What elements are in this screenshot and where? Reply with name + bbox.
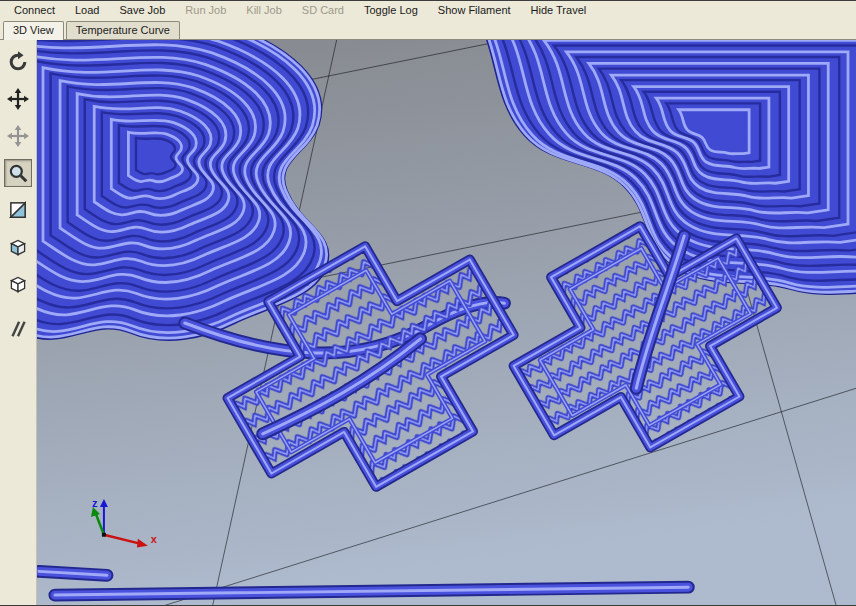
zoom-view-button[interactable]	[4, 159, 32, 187]
rotate-view-button[interactable]	[4, 48, 32, 76]
menu-item-connect[interactable]: Connect	[4, 2, 65, 19]
view-toolbar	[0, 40, 37, 605]
menu-item-toggle-log[interactable]: Toggle Log	[354, 2, 428, 19]
view-cube-icon	[7, 273, 29, 295]
view-diagonal-icon	[7, 199, 29, 221]
menu-item-sd-card[interactable]: SD Card	[292, 2, 354, 19]
tabbar: 3D View Temperature Curve	[0, 19, 856, 40]
menu-item-load[interactable]: Load	[65, 2, 109, 19]
tab-3d-view[interactable]: 3D View	[3, 21, 64, 40]
pan-view-button[interactable]	[4, 85, 32, 113]
move-object-icon	[7, 125, 29, 147]
tab-label: Temperature Curve	[76, 24, 170, 36]
tab-temperature-curve[interactable]: Temperature Curve	[66, 21, 180, 39]
view-cube-left-button[interactable]	[4, 233, 32, 261]
main-content: z x	[0, 40, 856, 605]
axis-x-label: x	[151, 533, 157, 545]
scene-svg: z x	[37, 40, 856, 605]
axis-origin	[102, 533, 106, 537]
parallel-projection-button[interactable]	[4, 315, 32, 343]
menu-item-save-job[interactable]: Save Job	[109, 2, 175, 19]
move-object-button[interactable]	[4, 122, 32, 150]
tab-label: 3D View	[13, 24, 54, 36]
application-window: Connect Load Save Job Run Job Kill Job S…	[0, 0, 856, 606]
menubar: Connect Load Save Job Run Job Kill Job S…	[0, 1, 856, 19]
parallel-lines-icon	[7, 318, 29, 340]
pan-view-icon	[7, 88, 29, 110]
axis-z-label: z	[92, 497, 98, 509]
3d-viewport[interactable]: z x	[37, 40, 856, 605]
menu-item-kill-job[interactable]: Kill Job	[236, 2, 291, 19]
menu-item-run-job[interactable]: Run Job	[175, 2, 236, 19]
view-cube-left-icon	[7, 236, 29, 258]
menu-item-hide-travel[interactable]: Hide Travel	[521, 2, 597, 19]
view-diagonal-button[interactable]	[4, 196, 32, 224]
menu-item-show-filament[interactable]: Show Filament	[428, 2, 521, 19]
zoom-icon	[7, 162, 29, 184]
view-cube-button[interactable]	[4, 270, 32, 298]
rotate-view-icon	[7, 51, 29, 73]
